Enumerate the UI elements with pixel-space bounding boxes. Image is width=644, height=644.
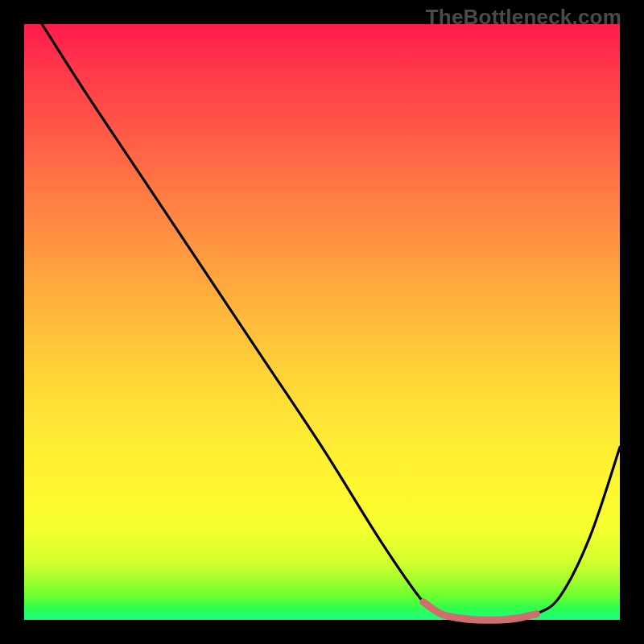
chart-svg (24, 24, 620, 620)
chart-frame: TheBottleneck.com (0, 0, 644, 644)
bottleneck-curve (42, 24, 620, 620)
watermark-text: TheBottleneck.com (426, 5, 621, 30)
balance-region-highlight (423, 602, 537, 620)
